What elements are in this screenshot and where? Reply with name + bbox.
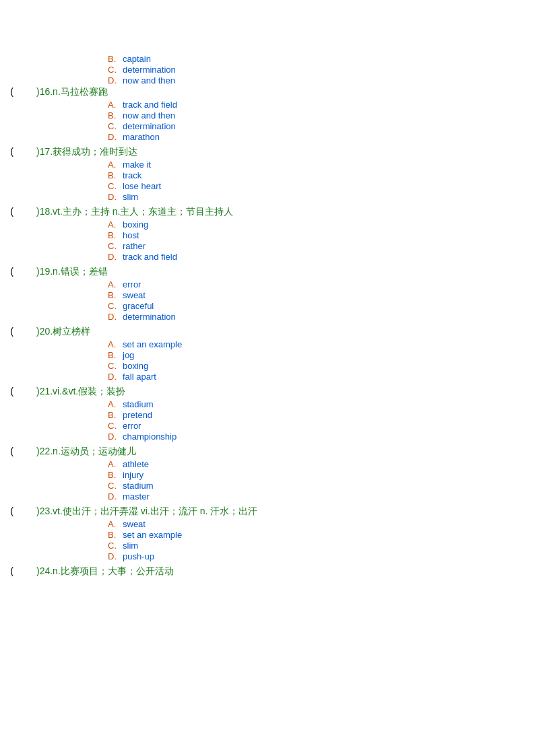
option-label: A. (108, 339, 121, 349)
question-text: 假装；装扮 (78, 386, 125, 398)
question-number: )19.n. (36, 266, 61, 277)
quiz-container: B.captainC.determinationD.now and then( … (0, 54, 535, 578)
option-text: stadium (123, 481, 154, 491)
answer-blank (16, 266, 36, 277)
option-text: marathon (123, 132, 160, 142)
option-text: fall apart (123, 372, 156, 382)
question-text: 使出汗；出汗弄湿 vi.出汗；流汗 n. 汗水；出汗 (63, 506, 257, 518)
option-line: D.fall apart (108, 372, 535, 382)
answer-blank (16, 86, 36, 97)
question-line-q21: ( )21.vi.&vt.假装；装扮 (0, 386, 535, 398)
question-number: )18.vt. (36, 206, 63, 217)
option-line: A.error (108, 279, 535, 289)
option-text: set an example (123, 530, 182, 540)
option-label: B. (108, 170, 121, 180)
paren-left: ( (0, 86, 13, 97)
option-line: C.error (108, 421, 535, 431)
option-label: A. (108, 100, 121, 110)
option-line: D.marathon (108, 132, 535, 142)
option-label: A. (108, 219, 121, 230)
question-block-q16: ( )16.n.马拉松赛跑A.track and fieldB.now and … (0, 86, 535, 142)
option-text: slim (123, 541, 138, 551)
option-text: now and then (123, 110, 175, 121)
answer-blank (16, 506, 36, 516)
option-text: slim (123, 192, 138, 202)
option-text: captain (123, 54, 151, 64)
option-label: A. (108, 459, 121, 469)
option-line: A.make it (108, 160, 535, 170)
option-text: boxing (123, 361, 148, 371)
option-label: B. (108, 530, 121, 540)
option-text: rather (123, 241, 146, 251)
option-label: D. (108, 132, 121, 142)
option-text: boxing (123, 219, 148, 230)
option-line: D.master (108, 491, 535, 502)
question-block-q20: ( )20.树立榜样A.set an exampleB.jogC.boxingD… (0, 326, 535, 382)
option-text: championship (123, 432, 177, 442)
option-text: now and then (123, 75, 175, 85)
question-number: )17. (36, 146, 53, 157)
question-line-q22: ( )22.n.运动员；运动健儿 (0, 446, 535, 458)
option-line: B.injury (108, 470, 535, 480)
answer-blank (16, 386, 36, 397)
question-number: )24.n. (36, 565, 61, 576)
option-line: C.stadium (108, 481, 535, 491)
paren-left: ( (0, 446, 13, 456)
option-text: sweat (123, 519, 146, 529)
question-number: )20. (36, 326, 53, 337)
paren-left: ( (0, 565, 13, 576)
question-block-q19: ( )19.n. 错误；差错A.errorB.sweatC.gracefulD.… (0, 266, 535, 322)
option-line: D.push-up (108, 551, 535, 561)
option-label: D. (108, 252, 121, 262)
option-line: D.track and field (108, 252, 535, 262)
option-line: A.boxing (108, 219, 535, 230)
option-line: B.pretend (108, 410, 535, 420)
question-line-q19: ( )19.n. 错误；差错 (0, 266, 535, 278)
option-label: C. (108, 301, 121, 311)
answer-blank (16, 146, 36, 157)
option-label: D. (108, 192, 121, 202)
option-text: jog (123, 350, 134, 360)
option-line: B.sweat (108, 290, 535, 300)
answer-blank (16, 446, 36, 456)
question-text: 树立榜样 (53, 326, 90, 338)
option-label: C. (108, 421, 121, 431)
question-line-q23: ( )23.vt.使出汗；出汗弄湿 vi.出汗；流汗 n. 汗水；出汗 (0, 506, 535, 518)
option-text: lose heart (123, 181, 161, 191)
option-label: B. (108, 350, 121, 360)
option-label: D. (108, 491, 121, 502)
option-line: C.graceful (108, 301, 535, 311)
option-text: injury (123, 470, 144, 480)
question-line-q16: ( )16.n.马拉松赛跑 (0, 86, 535, 98)
option-line: A.set an example (108, 339, 535, 349)
question-number: )22.n. (36, 446, 61, 456)
option-text: error (123, 279, 141, 289)
option-line: C.slim (108, 541, 535, 551)
question-block-q18: ( )18.vt.主办；主持 n.主人；东道主；节目主持人A.boxingB.h… (0, 206, 535, 262)
answer-blank (16, 565, 36, 576)
question-text: 运动员；运动健儿 (61, 446, 136, 458)
question-number: )21.vi.&vt. (36, 386, 78, 397)
option-text: track and field (123, 100, 177, 110)
answer-blank (16, 326, 36, 337)
question-text: 获得成功；准时到达 (53, 146, 137, 158)
question-number: )23.vt. (36, 506, 63, 516)
option-label: C. (108, 481, 121, 491)
paren-left: ( (0, 146, 13, 157)
option-line: B.host (108, 230, 535, 240)
option-text: determination (123, 121, 176, 131)
option-line: B.now and then (108, 110, 535, 121)
question-block-q24: ( )24.n.比赛项目；大事；公开活动 (0, 565, 535, 578)
option-label: C. (108, 121, 121, 131)
option-label: D. (108, 312, 121, 322)
option-label: D. (108, 551, 121, 561)
question-block-q21: ( )21.vi.&vt.假装；装扮A.stadiumB.pretendC.er… (0, 386, 535, 442)
option-label: C. (108, 181, 121, 191)
option-label: B. (108, 290, 121, 300)
question-number: )16.n. (36, 86, 61, 97)
question-block-q23: ( )23.vt.使出汗；出汗弄湿 vi.出汗；流汗 n. 汗水；出汗A.swe… (0, 506, 535, 561)
question-line-q24: ( )24.n.比赛项目；大事；公开活动 (0, 565, 535, 578)
option-line: B.captain (108, 54, 535, 64)
question-line-q20: ( )20.树立榜样 (0, 326, 535, 338)
option-label: B. (108, 470, 121, 480)
